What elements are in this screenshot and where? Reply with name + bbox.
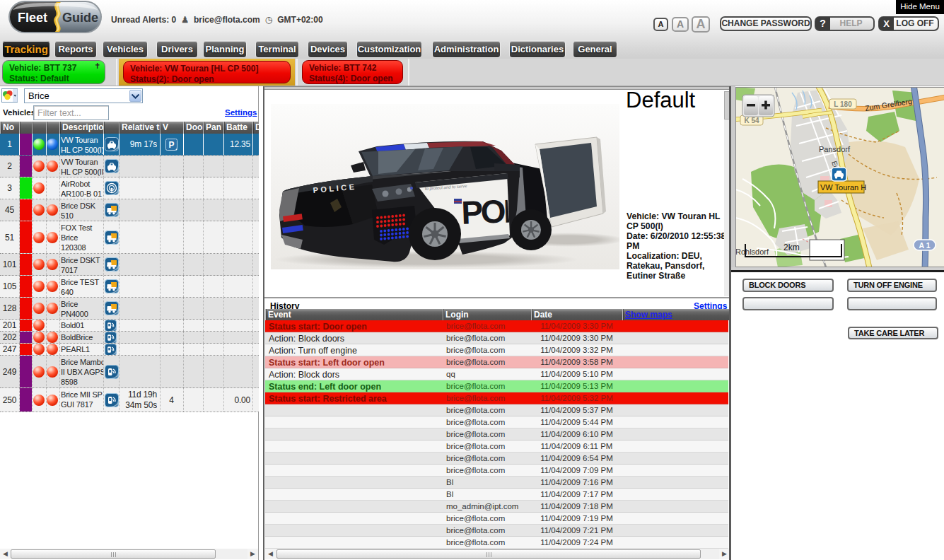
- svg-text:VW Touran H: VW Touran H: [820, 183, 866, 192]
- svg-text:Pansdorf: Pansdorf: [819, 145, 851, 153]
- svg-text:Rohlsdorf: Rohlsdorf: [735, 247, 769, 256]
- svg-text:L 180: L 180: [834, 100, 852, 108]
- svg-text:A 1: A 1: [919, 241, 931, 250]
- svg-text:K 54: K 54: [744, 117, 759, 124]
- svg-text:P: P: [168, 140, 174, 150]
- svg-text:Fleet: Fleet: [18, 11, 47, 25]
- svg-text:2km: 2km: [783, 243, 800, 252]
- svg-text:Guide: Guide: [62, 11, 98, 25]
